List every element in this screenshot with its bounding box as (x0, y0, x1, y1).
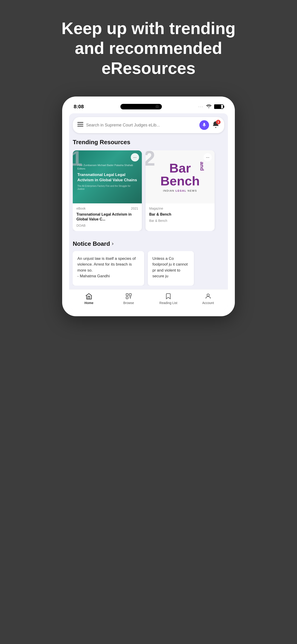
phone-notch (120, 104, 162, 110)
card-2-author: Bar & Bench (149, 219, 211, 222)
card-1-author: DOAB (76, 224, 138, 227)
phone-frame: 8:08 ··· (62, 96, 235, 316)
and-text: and (200, 162, 204, 171)
notice-card-1-text: An unjust law is itself a species of vio… (77, 256, 136, 278)
reading-list-icon (165, 293, 172, 300)
bottom-navigation: Home Browse Reading List (69, 289, 228, 309)
book-1-authors: Peer Zumbansen Michael Bader Palasha Sha… (77, 164, 137, 171)
nav-item-account[interactable]: Account (188, 293, 228, 305)
svg-rect-2 (77, 126, 83, 126)
notice-board-section: Notice Board › An unjust law is itself a… (69, 235, 228, 289)
notice-header: Notice Board › (73, 240, 224, 247)
phone-screen: 1 Trending Resources 1 Peer Zumbansen Mi… (69, 113, 228, 309)
notice-board-title: Notice Board (73, 240, 110, 247)
search-bar: 1 (73, 117, 224, 133)
signal-dots-icon: ··· (198, 104, 204, 109)
nav-reading-list-label: Reading List (159, 301, 177, 305)
svg-rect-5 (126, 297, 128, 299)
card-1-title-display: Transnational Legal Activism in Global V… (76, 212, 138, 222)
home-icon (86, 293, 92, 300)
book-1-title: Transnational Legal Legal Activism in Gl… (77, 172, 137, 182)
notification-button[interactable]: 1 (212, 121, 220, 130)
legal-text: LEGAL (176, 189, 186, 192)
notice-card-1[interactable]: An unjust law is itself a species of vio… (73, 251, 144, 286)
card-1-info: eBook 2021 Transnational Legal Activism … (73, 204, 142, 231)
nav-item-browse[interactable]: Browse (109, 293, 149, 305)
menu-icon[interactable] (77, 122, 83, 128)
browse-icon (125, 293, 132, 300)
trending-card-1[interactable]: 1 Peer Zumbansen Michael Bader Palasha S… (73, 150, 142, 231)
card-2-info: Magazine Bar & Bench Bar & Bench (146, 204, 214, 226)
trending-cards-list: 1 Peer Zumbansen Michael Bader Palasha S… (73, 150, 224, 231)
bar-bench-logo: Bar Bench and (160, 162, 200, 188)
phone-status-icons: ··· (198, 104, 223, 110)
notice-card-2-text: Unless a Co foolproof ju it cannot pr an… (152, 256, 188, 278)
card-2-image: 2 Bar Bench and INDIAN LEGAL NEWS ··· (146, 150, 214, 204)
search-input[interactable] (86, 123, 196, 128)
notice-cards-list: An unjust law is itself a species of vio… (73, 251, 224, 286)
svg-rect-4 (129, 294, 131, 296)
svg-rect-1 (77, 124, 83, 124)
battery-icon (214, 104, 223, 109)
bench-text: Bench (160, 174, 200, 188)
notice-arrow-icon[interactable]: › (112, 241, 114, 247)
card-1-more-button[interactable]: ··· (131, 153, 139, 162)
account-icon (205, 293, 212, 300)
card-1-number: 1 (73, 150, 82, 169)
nav-account-label: Account (202, 301, 214, 305)
nav-item-reading-list[interactable]: Reading List (148, 293, 188, 305)
card-1-type: eBook (76, 206, 86, 210)
card-1-image: 1 Peer Zumbansen Michael Bader Palasha S… (73, 150, 142, 204)
indian-legal-tagline: INDIAN LEGAL NEWS (163, 189, 197, 192)
svg-point-6 (207, 294, 209, 296)
phone-status-bar: 8:08 ··· (69, 104, 228, 110)
book-1-subtitle: The Ali Enterprises Factory Fire and the… (77, 184, 137, 190)
phone-time: 8:08 (74, 104, 84, 110)
notice-card-2[interactable]: Unless a Co foolproof ju it cannot pr an… (148, 251, 194, 286)
nav-home-label: Home (84, 301, 94, 305)
card-2-title-display: Bar & Bench (149, 212, 211, 217)
wifi-icon (206, 104, 212, 110)
card-2-number: 2 (146, 150, 155, 169)
card-2-more-button[interactable]: ··· (204, 153, 212, 162)
nav-browse-label: Browse (123, 301, 134, 305)
svg-rect-3 (126, 294, 128, 296)
card-1-year: 2021 (131, 206, 138, 210)
bar-text: Bar (169, 161, 191, 175)
trending-title: Trending Resources (73, 139, 224, 146)
svg-rect-0 (77, 122, 83, 123)
card-2-meta: Magazine (149, 206, 211, 210)
notification-badge: 1 (216, 120, 220, 124)
hero-headline: Keep up with trending and recommended eR… (34, 0, 264, 92)
card-2-type: Magazine (149, 206, 163, 210)
trending-card-2[interactable]: 2 Bar Bench and INDIAN LEGAL NEWS ··· (146, 150, 214, 231)
nav-item-home[interactable]: Home (69, 293, 109, 305)
mic-button[interactable] (200, 120, 209, 130)
trending-section: Trending Resources 1 Peer Zumbansen Mich… (69, 133, 228, 235)
card-1-meta: eBook 2021 (76, 206, 138, 210)
